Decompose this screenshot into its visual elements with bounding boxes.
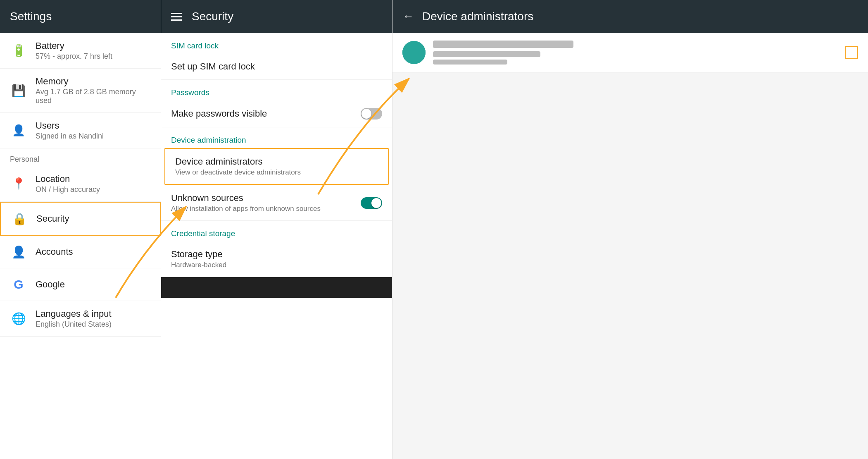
- passwords-header: Passwords: [161, 80, 392, 100]
- storage-type-title: Storage type: [171, 249, 226, 260]
- location-title: Location: [36, 174, 100, 184]
- admin-list-item[interactable]: [392, 33, 868, 72]
- admin-item-subtitle: [433, 51, 540, 57]
- back-arrow-icon[interactable]: ←: [402, 10, 414, 23]
- memory-title: Memory: [36, 76, 151, 87]
- admin-item-checkbox[interactable]: [845, 46, 858, 59]
- languages-title: Languages & input: [36, 308, 112, 319]
- device-administrators-item[interactable]: Device administrators View or deactivate…: [164, 148, 389, 185]
- sidebar-item-security[interactable]: 🔒 Security: [0, 202, 161, 236]
- storage-type-subtitle: Hardware-backed: [171, 261, 226, 269]
- passwords-toggle[interactable]: [361, 108, 382, 120]
- languages-icon: 🌐: [10, 310, 27, 328]
- device-admin-panel-title: Device administrators: [422, 10, 533, 23]
- settings-title: Settings: [10, 10, 52, 23]
- credential-storage-header: Credential storage: [161, 221, 392, 241]
- personal-section-label: Personal: [0, 148, 161, 166]
- set-up-sim-title: Set up SIM card lock: [171, 61, 255, 72]
- admin-item-sub2: [433, 60, 507, 65]
- sidebar-item-users[interactable]: 👤 Users Signed in as Nandini: [0, 113, 161, 148]
- accounts-title: Accounts: [36, 246, 73, 257]
- make-passwords-title: Make passwords visible: [171, 108, 267, 119]
- sidebar-item-google[interactable]: G Google: [0, 268, 161, 301]
- device-admin-topbar: ← Device administrators: [392, 0, 868, 33]
- security-panel-title: Security: [192, 10, 233, 23]
- unknown-sources-subtitle: Allow installation of apps from unknown …: [171, 205, 321, 213]
- admin-app-icon: [402, 41, 426, 64]
- accounts-icon: 👤: [10, 243, 27, 261]
- settings-list: 🔋 Battery 57% - approx. 7 hrs left 💾 Mem…: [0, 33, 161, 459]
- svg-point-0: [402, 41, 426, 64]
- admin-item-title: [433, 41, 573, 48]
- memory-subtitle: Avg 1.7 GB of 2.8 GB memory used: [36, 88, 151, 105]
- storage-type-item[interactable]: Storage type Hardware-backed: [161, 241, 392, 277]
- admin-item-text-block: [433, 41, 837, 65]
- device-admin-header: Device administration: [161, 127, 392, 148]
- security-panel: Security SIM card lock Set up SIM card l…: [161, 0, 392, 459]
- admin-app-svg-icon: [402, 41, 426, 64]
- settings-panel: Settings 🔋 Battery 57% - approx. 7 hrs l…: [0, 0, 161, 459]
- hamburger-menu-icon[interactable]: [171, 13, 182, 21]
- bottom-bar: [161, 277, 392, 298]
- unknown-sources-item[interactable]: Unknown sources Allow installation of ap…: [161, 185, 392, 221]
- set-up-sim-card-lock-item[interactable]: Set up SIM card lock: [161, 54, 392, 80]
- users-title: Users: [36, 120, 104, 131]
- users-subtitle: Signed in as Nandini: [36, 132, 104, 141]
- battery-title: Battery: [36, 41, 112, 51]
- location-icon: 📍: [10, 175, 27, 193]
- languages-subtitle: English (United States): [36, 320, 112, 329]
- admin-content: [392, 33, 868, 459]
- security-content: SIM card lock Set up SIM card lock Passw…: [161, 33, 392, 459]
- sidebar-item-accounts[interactable]: 👤 Accounts: [0, 236, 161, 268]
- device-admin-panel: ← Device administrators: [392, 0, 868, 459]
- sidebar-item-battery[interactable]: 🔋 Battery 57% - approx. 7 hrs left: [0, 33, 161, 69]
- security-title: Security: [36, 213, 69, 224]
- unknown-sources-toggle-knob: [371, 198, 381, 208]
- unknown-sources-toggle[interactable]: [361, 197, 382, 209]
- battery-icon: 🔋: [10, 42, 27, 60]
- settings-topbar: Settings: [0, 0, 161, 33]
- google-icon: G: [10, 276, 27, 293]
- device-admin-subtitle: View or deactivate device administrators: [175, 168, 301, 177]
- make-passwords-visible-item[interactable]: Make passwords visible: [161, 100, 392, 127]
- security-icon: 🔒: [11, 210, 28, 227]
- device-admin-title: Device administrators: [175, 156, 301, 167]
- sidebar-item-languages[interactable]: 🌐 Languages & input English (United Stat…: [0, 301, 161, 337]
- location-subtitle: ON / High accuracy: [36, 185, 100, 194]
- sidebar-item-memory[interactable]: 💾 Memory Avg 1.7 GB of 2.8 GB memory use…: [0, 69, 161, 113]
- google-title: Google: [36, 279, 65, 290]
- users-icon: 👤: [10, 122, 27, 139]
- battery-subtitle: 57% - approx. 7 hrs left: [36, 52, 112, 61]
- memory-icon: 💾: [10, 82, 27, 99]
- sidebar-item-location[interactable]: 📍 Location ON / High accuracy: [0, 166, 161, 202]
- sim-card-lock-header: SIM card lock: [161, 33, 392, 54]
- security-topbar: Security: [161, 0, 392, 33]
- passwords-toggle-knob: [361, 109, 371, 119]
- unknown-sources-title: Unknown sources: [171, 193, 321, 203]
